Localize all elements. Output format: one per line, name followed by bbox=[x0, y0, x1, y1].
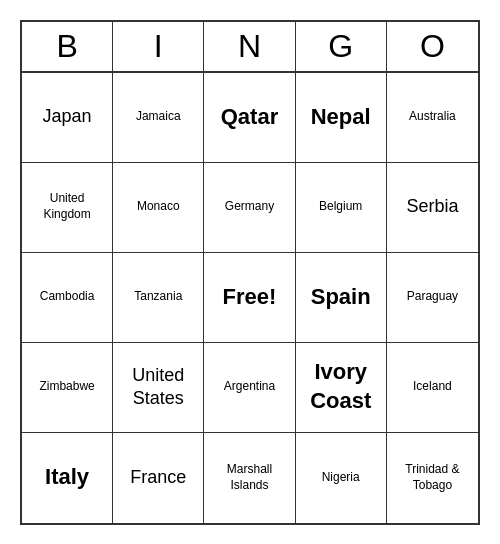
bingo-header: BINGO bbox=[22, 22, 478, 73]
bingo-cell-4: Australia bbox=[387, 73, 478, 163]
cell-text-23: Nigeria bbox=[322, 470, 360, 486]
header-letter-i: I bbox=[113, 22, 204, 71]
bingo-cell-6: Monaco bbox=[113, 163, 204, 253]
header-letter-n: N bbox=[204, 22, 295, 71]
bingo-cell-5: United Kingdom bbox=[22, 163, 113, 253]
header-letter-g: G bbox=[296, 22, 387, 71]
bingo-cell-24: Trinidad & Tobago bbox=[387, 433, 478, 523]
bingo-cell-3: Nepal bbox=[296, 73, 387, 163]
bingo-cell-16: United States bbox=[113, 343, 204, 433]
bingo-cell-23: Nigeria bbox=[296, 433, 387, 523]
cell-text-18: Ivory Coast bbox=[300, 358, 382, 415]
cell-text-3: Nepal bbox=[311, 103, 371, 132]
cell-text-16: United States bbox=[117, 364, 199, 411]
bingo-cell-11: Tanzania bbox=[113, 253, 204, 343]
cell-text-13: Spain bbox=[311, 283, 371, 312]
cell-text-21: France bbox=[130, 466, 186, 489]
cell-text-5: United Kingdom bbox=[26, 191, 108, 222]
bingo-cell-12: Free! bbox=[204, 253, 295, 343]
cell-text-10: Cambodia bbox=[40, 289, 95, 305]
bingo-cell-9: Serbia bbox=[387, 163, 478, 253]
bingo-card: BINGO JapanJamaicaQatarNepalAustraliaUni… bbox=[20, 20, 480, 525]
cell-text-1: Jamaica bbox=[136, 109, 181, 125]
cell-text-2: Qatar bbox=[221, 103, 278, 132]
cell-text-24: Trinidad & Tobago bbox=[391, 462, 474, 493]
header-letter-o: O bbox=[387, 22, 478, 71]
bingo-cell-2: Qatar bbox=[204, 73, 295, 163]
cell-text-19: Iceland bbox=[413, 379, 452, 395]
bingo-cell-17: Argentina bbox=[204, 343, 295, 433]
bingo-cell-14: Paraguay bbox=[387, 253, 478, 343]
bingo-cell-7: Germany bbox=[204, 163, 295, 253]
bingo-cell-0: Japan bbox=[22, 73, 113, 163]
cell-text-11: Tanzania bbox=[134, 289, 182, 305]
bingo-cell-18: Ivory Coast bbox=[296, 343, 387, 433]
bingo-cell-20: Italy bbox=[22, 433, 113, 523]
cell-text-22: Marshall Islands bbox=[208, 462, 290, 493]
bingo-cell-8: Belgium bbox=[296, 163, 387, 253]
bingo-cell-21: France bbox=[113, 433, 204, 523]
header-letter-b: B bbox=[22, 22, 113, 71]
cell-text-12: Free! bbox=[223, 283, 277, 312]
cell-text-15: Zimbabwe bbox=[39, 379, 94, 395]
cell-text-6: Monaco bbox=[137, 199, 180, 215]
cell-text-4: Australia bbox=[409, 109, 456, 125]
bingo-cell-19: Iceland bbox=[387, 343, 478, 433]
cell-text-20: Italy bbox=[45, 463, 89, 492]
bingo-grid: JapanJamaicaQatarNepalAustraliaUnited Ki… bbox=[22, 73, 478, 523]
bingo-cell-15: Zimbabwe bbox=[22, 343, 113, 433]
cell-text-8: Belgium bbox=[319, 199, 362, 215]
cell-text-0: Japan bbox=[43, 105, 92, 128]
cell-text-9: Serbia bbox=[406, 195, 458, 218]
bingo-cell-22: Marshall Islands bbox=[204, 433, 295, 523]
bingo-cell-1: Jamaica bbox=[113, 73, 204, 163]
bingo-cell-10: Cambodia bbox=[22, 253, 113, 343]
bingo-cell-13: Spain bbox=[296, 253, 387, 343]
cell-text-14: Paraguay bbox=[407, 289, 458, 305]
cell-text-17: Argentina bbox=[224, 379, 275, 395]
cell-text-7: Germany bbox=[225, 199, 274, 215]
